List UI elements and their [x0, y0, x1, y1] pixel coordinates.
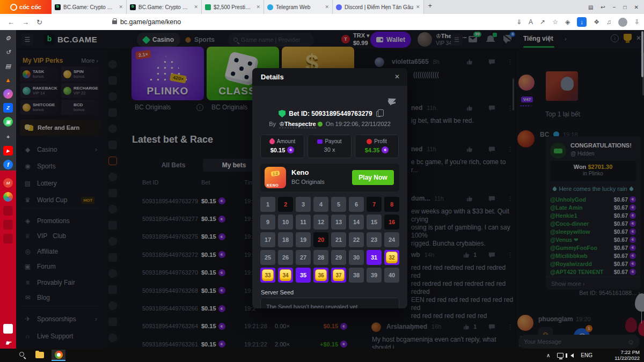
like-icon[interactable] [466, 195, 473, 202]
more-options-icon[interactable]: ⋮ [507, 146, 513, 153]
sidebar-nav-item[interactable]: ♛ World Cup HOT › [16, 193, 105, 208]
back-to-app-icon[interactable]: ↩ [601, 4, 605, 10]
tab-close-icon[interactable]: ✕ [416, 4, 420, 10]
file-explorer-icon[interactable] [35, 352, 44, 358]
sidebar-nav-item[interactable]: ✈ Sponsorships › [16, 312, 105, 327]
bet-menu-icon[interactable]: ☰ [451, 34, 463, 46]
rail-icon[interactable] [108, 173, 117, 181]
rail-icon[interactable] [108, 189, 117, 197]
rail-icon[interactable] [108, 285, 117, 294]
save-page-icon[interactable]: ⇓ [516, 18, 522, 26]
window-close-button[interactable]: ✕ [634, 4, 639, 10]
rain-username[interactable]: @APT420 TEN¢ENT [550, 269, 604, 275]
settings-gear-icon[interactable]: ⚙ [3, 33, 13, 43]
post-username[interactable]: violetta6565 [392, 58, 429, 65]
add-shortcut-icon[interactable]: + [3, 132, 13, 142]
window-minimize-button[interactable]: − [613, 4, 616, 10]
forum-scrollbar[interactable] [513, 78, 514, 110]
palette-icon[interactable] [3, 220, 13, 230]
play-now-button[interactable]: Play Now [352, 170, 394, 185]
rail-icon-active[interactable] [108, 157, 117, 165]
chat-message-input[interactable] [524, 338, 627, 345]
tab-close-icon[interactable]: ✕ [325, 4, 329, 10]
taskbar-search-icon[interactable] [19, 352, 24, 357]
page-scrollbar[interactable] [641, 31, 643, 77]
more-options-icon[interactable]: ⋮ [507, 252, 513, 258]
browser-tab[interactable]: BC.Game: Crypto Casino Gam ✕ [52, 0, 127, 14]
rail-icon[interactable] [108, 237, 117, 246]
like-icon[interactable] [466, 146, 473, 153]
hot-news-flame-icon[interactable]: ▲ [3, 75, 13, 85]
more-options-icon[interactable]: ⋮ [507, 323, 513, 330]
like-icon[interactable] [463, 252, 470, 258]
rain-username[interactable]: @Venus ❤ [550, 237, 579, 243]
post-username[interactable]: ned [411, 145, 422, 153]
more-options-icon[interactable]: ⋮ [507, 195, 513, 202]
sidebar-nav-item[interactable]: ◉ Sports › [16, 159, 105, 174]
bet-table-row[interactable]: 50931895449763261 $0.15¢ 19:21:22 2.00× … [121, 335, 373, 349]
rail-icon[interactable] [108, 317, 117, 326]
trophy-icon[interactable] [624, 34, 632, 41]
user-avatar[interactable] [418, 32, 432, 47]
emoji-picker-icon[interactable]: ☺ [627, 338, 634, 346]
sidebar-nav-item[interactable]: ◆ Casino › [16, 142, 105, 157]
download-button[interactable]: ↓ [577, 17, 587, 27]
browser-tab[interactable]: BC.Game: Crypto Casino Gam ✕ [127, 0, 202, 14]
coccoc-taskbar-icon[interactable] [52, 350, 65, 361]
tab-close-icon[interactable]: ✕ [194, 4, 198, 10]
comment-icon[interactable] [488, 323, 495, 330]
rain-username[interactable]: @Henkie1 [550, 212, 577, 219]
rain-username[interactable]: @Micilibbkwb [550, 253, 588, 259]
adblock-shield-icon[interactable]: ◈ [565, 18, 570, 26]
show-more-link[interactable]: Show more › [546, 277, 640, 287]
post-username[interactable]: Arslanahmed [386, 323, 427, 330]
share-icon[interactable]: ↗ [540, 18, 545, 26]
rail-icon[interactable] [108, 76, 117, 85]
browser-tab[interactable]: Telegram Web ✕ [264, 0, 333, 14]
rail-icon[interactable] [108, 334, 117, 342]
like-icon[interactable] [466, 105, 473, 112]
padlock-icon[interactable] [112, 20, 117, 24]
rain-username[interactable]: @Royalwizardd [550, 261, 592, 267]
rail-icon[interactable] [108, 124, 117, 133]
ticket-icon[interactable] [3, 206, 13, 216]
shopping-bag-icon[interactable] [3, 324, 13, 334]
sidebar-nav-item[interactable]: ♕ VIPClub › [16, 228, 105, 243]
sidebar-nav-item[interactable]: ≡ Provably Fair › [16, 275, 105, 290]
rain-username[interactable]: @sleepywillow [550, 228, 590, 235]
youtube-icon[interactable]: ▶ [3, 146, 13, 156]
sidebar-nav-item[interactable]: ∩ Live Support › [16, 329, 105, 344]
window-maximize-button[interactable]: □ [624, 4, 627, 10]
rail-icon[interactable] [108, 60, 117, 69]
chat-close-icon[interactable]: ✕ [636, 34, 641, 42]
messenger-icon[interactable]: ⚡ [3, 89, 13, 99]
chat-bet-id-link[interactable]: Bet ID: 9545161088... › [516, 290, 640, 296]
plinko-banner[interactable]: 2.1× 420× PLINKO [131, 47, 204, 100]
copy-icon[interactable] [376, 111, 381, 117]
chat-input[interactable]: ☺ [518, 335, 640, 349]
post-username[interactable]: wb [411, 251, 420, 258]
tab-sports[interactable]: Sports [179, 33, 221, 47]
network-icon[interactable] [557, 353, 564, 358]
like-icon[interactable] [463, 323, 470, 330]
sidebar-nav-item[interactable]: ✉ Blog › [16, 290, 105, 305]
comment-icon[interactable] [488, 195, 495, 202]
rail-icon[interactable] [108, 141, 117, 149]
menu-burger-icon[interactable]: ☰ [21, 34, 33, 46]
newsfeed-icon[interactable]: ▤ [3, 61, 13, 71]
colorful-app-icon[interactable] [3, 192, 13, 202]
translate-icon[interactable]: A [529, 18, 533, 26]
browser-tab[interactable]: Discord | Điểm Hẹn Tán Gẫu ✕ [333, 0, 424, 14]
music-icon[interactable]: ♫ [606, 18, 611, 26]
comment-icon[interactable] [488, 58, 495, 65]
share-arrow-icon[interactable] [388, 96, 398, 106]
bet-table-row[interactable]: 50931895449763264 $0.15¢ 19:21:28 0.00× … [121, 317, 373, 335]
avatar[interactable] [518, 75, 535, 91]
like-icon[interactable] [466, 58, 473, 65]
games-icon[interactable]: ▣ [3, 117, 13, 127]
comment-icon[interactable] [488, 252, 495, 258]
wallet-button[interactable]: Wallet [370, 32, 411, 48]
sidebar-nav-item[interactable]: ◎ Affiliate › [16, 244, 105, 259]
tab-close-icon[interactable]: ✕ [256, 4, 260, 10]
sidebar-nav-item[interactable]: ▣ Forum › [16, 259, 105, 274]
